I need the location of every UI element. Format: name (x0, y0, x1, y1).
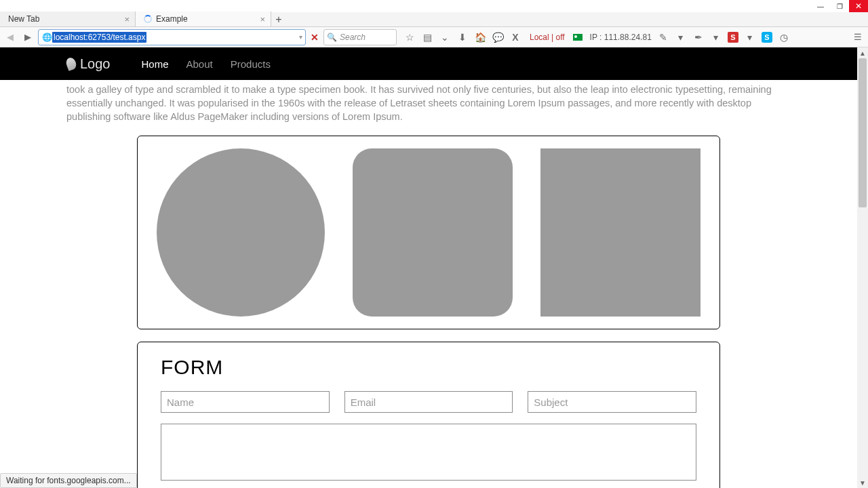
window-titlebar: — ❐ ✕ (0, 0, 868, 12)
pocket-icon[interactable]: ⌄ (439, 31, 451, 43)
search-box[interactable]: 🔍 Search (323, 29, 397, 45)
site-navbar: Logo Home About Products (0, 47, 857, 80)
scroll-up-icon[interactable]: ▲ (857, 47, 868, 58)
skype-icon[interactable]: S (762, 32, 772, 43)
chat-icon[interactable]: 💬 (492, 31, 504, 43)
local-status[interactable]: Local | off (530, 33, 565, 42)
intro-paragraph: took a galley of type and scrambled it t… (0, 80, 857, 130)
colorpicker-icon[interactable]: ✒ (692, 31, 705, 43)
extension-icon[interactable]: ✎ (657, 31, 669, 43)
status-text: Waiting for fonts.googleapis.com... (6, 476, 131, 485)
forward-button[interactable]: ▶ (20, 30, 35, 45)
message-field[interactable] (161, 424, 696, 481)
ip-address-label: IP : 111.88.24.81 (590, 33, 652, 42)
nav-about[interactable]: About (186, 58, 213, 70)
nav-products[interactable]: Products (231, 58, 271, 70)
site-identity-icon[interactable]: 🌐 (41, 33, 52, 42)
dropdown-icon[interactable]: ▾ (744, 31, 756, 43)
window-maximize-button[interactable]: ❐ (830, 0, 849, 12)
reading-list-icon[interactable]: ▤ (421, 31, 433, 43)
sync-icon[interactable]: ◷ (778, 31, 790, 43)
tab-label: Example (156, 14, 188, 24)
rounded-square-shape (353, 148, 513, 317)
new-tab-button[interactable]: + (271, 13, 286, 26)
extension-x-icon[interactable]: X (509, 31, 521, 43)
extension-s-icon[interactable]: S (728, 32, 738, 43)
vertical-scrollbar[interactable]: ▲ ▼ (857, 47, 868, 488)
toolbar-icons: ☆ ▤ ⌄ ⬇ 🏠 💬 X Local | off IP : 111.88.24… (403, 31, 790, 43)
close-tab-icon[interactable]: × (124, 14, 130, 24)
bookmark-star-icon[interactable]: ☆ (403, 31, 416, 43)
search-icon: 🔍 (327, 33, 337, 42)
search-placeholder: Search (340, 33, 366, 42)
flame-icon (64, 56, 77, 71)
url-bar[interactable]: 🌐 localhost:62753/test.aspx ▾ (38, 29, 306, 45)
form-panel: FORM Send (137, 342, 720, 488)
stop-loading-button[interactable]: ✕ (309, 32, 321, 43)
shapes-panel (137, 136, 720, 329)
dropdown-icon[interactable]: ▾ (675, 31, 687, 43)
browser-toolbar: ◀ ▶ 🌐 localhost:62753/test.aspx ▾ ✕ 🔍 Se… (0, 27, 868, 47)
tab-label: New Tab (8, 14, 39, 24)
browser-tabs: New Tab × Example × + (0, 12, 868, 27)
subject-field[interactable] (528, 391, 696, 413)
tab-example[interactable]: Example × (136, 12, 271, 26)
status-bar: Waiting for fonts.googleapis.com... (0, 473, 137, 488)
name-field[interactable] (161, 391, 330, 413)
tab-new-tab[interactable]: New Tab × (0, 12, 136, 26)
nav-home[interactable]: Home (142, 58, 169, 70)
window-close-button[interactable]: ✕ (849, 0, 868, 12)
home-icon[interactable]: 🏠 (474, 31, 486, 43)
close-tab-icon[interactable]: × (260, 14, 265, 24)
form-heading: FORM (161, 356, 696, 379)
site-logo[interactable]: Logo (66, 56, 111, 72)
page-viewport: Logo Home About Products took a galley o… (0, 47, 868, 488)
menu-button[interactable]: ☰ (850, 30, 865, 45)
country-flag-icon (573, 34, 583, 41)
downloads-icon[interactable]: ⬇ (456, 31, 469, 43)
email-field[interactable] (344, 391, 513, 413)
scroll-thumb[interactable] (859, 58, 867, 207)
logo-text: Logo (80, 56, 111, 72)
scroll-down-icon[interactable]: ▼ (857, 477, 868, 488)
window-minimize-button[interactable]: — (811, 0, 830, 12)
square-shape (540, 148, 701, 317)
url-dropdown-icon[interactable]: ▾ (299, 33, 302, 41)
back-button[interactable]: ◀ (3, 30, 18, 45)
circle-shape (157, 148, 325, 317)
url-text: localhost:62753/test.aspx (52, 32, 146, 43)
loading-spinner-icon (144, 15, 152, 23)
dropdown-icon[interactable]: ▾ (710, 31, 722, 43)
